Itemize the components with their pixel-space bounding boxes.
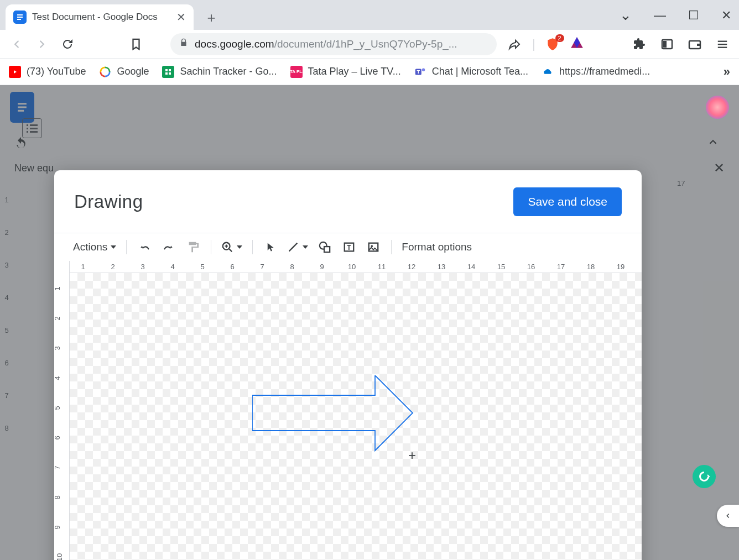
actions-menu[interactable]: Actions xyxy=(71,237,118,257)
brave-rewards-icon[interactable] xyxy=(570,36,584,53)
svg-line-31 xyxy=(229,249,232,252)
drawing-dialog: Drawing Save and close Actions T Format … xyxy=(54,170,642,560)
bookmarks-overflow[interactable]: » xyxy=(724,65,730,79)
sheets-icon xyxy=(162,66,174,78)
bookmark-label: Google xyxy=(117,66,149,77)
ruler-tick: 5 xyxy=(54,406,61,410)
svg-rect-9 xyxy=(718,46,727,48)
arrow-shape[interactable] xyxy=(252,375,418,453)
menu-icon[interactable] xyxy=(715,36,730,52)
svg-rect-17 xyxy=(169,72,171,75)
svg-rect-1 xyxy=(17,17,23,18)
ruler-tick: 17 xyxy=(557,263,565,271)
ruler-tick: 4 xyxy=(170,263,174,271)
textbox-tool[interactable]: T xyxy=(339,237,359,257)
bookmark-onedrive[interactable]: https://framedmedi... xyxy=(542,66,650,78)
svg-rect-7 xyxy=(718,40,727,41)
wallet-icon[interactable] xyxy=(687,36,702,52)
ruler-tick: 9 xyxy=(54,525,61,529)
ruler-tick: 3 xyxy=(140,263,144,271)
drawing-ruler-horizontal[interactable]: 12345678910111213141516171819 xyxy=(70,261,642,273)
docs-favicon xyxy=(13,11,27,24)
format-label: Format options xyxy=(402,241,472,253)
close-tab-icon[interactable]: ✕ xyxy=(714,160,725,176)
side-panel-expand[interactable] xyxy=(717,505,739,527)
window-controls: ⌄ — ☐ ✕ xyxy=(620,7,731,24)
svg-rect-2 xyxy=(17,19,21,20)
redo-button[interactable] xyxy=(159,237,179,257)
zoom-button[interactable] xyxy=(219,237,244,257)
tab-close-icon[interactable]: ✕ xyxy=(176,11,186,24)
drawing-canvas-area: 1234567891011 12345678910111213141516171… xyxy=(54,261,642,560)
ruler-tick: 2 xyxy=(54,316,61,320)
ruler-tick: 2 xyxy=(111,263,115,271)
collapse-toolbar-icon[interactable] xyxy=(707,136,725,150)
ruler-tick: 3 xyxy=(54,346,61,350)
svg-line-34 xyxy=(289,243,298,252)
bookmark-teams[interactable]: T Chat | Microsoft Tea... xyxy=(414,66,528,78)
account-avatar[interactable] xyxy=(706,96,729,119)
ruler-tick: 10 xyxy=(348,263,356,271)
svg-rect-6 xyxy=(697,44,700,46)
ruler-tick: 19 xyxy=(617,263,624,271)
ruler-tick: 9 xyxy=(320,263,324,271)
bookmark-label: Sachin Tracker - Go... xyxy=(180,66,277,77)
bookmark-youtube[interactable]: (73) YouTube xyxy=(9,66,86,78)
select-tool[interactable] xyxy=(261,237,280,257)
shape-tool[interactable] xyxy=(315,237,335,257)
save-close-button[interactable]: Save and close xyxy=(513,187,622,216)
back-button[interactable] xyxy=(9,36,24,52)
ruler-tick: 8 xyxy=(54,495,61,499)
ruler-tick: 4 xyxy=(54,376,61,380)
ruler-tick: 1 xyxy=(81,263,85,271)
bookmark-button[interactable] xyxy=(128,36,144,52)
sidepanel-icon[interactable] xyxy=(659,36,675,52)
maximize-icon[interactable]: ☐ xyxy=(688,8,699,23)
drawing-ruler-vertical[interactable]: 1234567891011 xyxy=(54,261,70,560)
svg-rect-16 xyxy=(165,72,168,75)
browser-tab[interactable]: Test Document - Google Docs ✕ xyxy=(6,4,194,30)
ruler-tick: 15 xyxy=(497,263,505,271)
google-icon xyxy=(99,66,111,78)
forward-button[interactable] xyxy=(34,36,50,52)
tab-search-icon[interactable]: ⌄ xyxy=(620,7,632,24)
image-tool[interactable] xyxy=(363,237,383,257)
svg-point-20 xyxy=(421,68,425,71)
new-tab-button[interactable]: + xyxy=(201,8,221,28)
close-window-icon[interactable]: ✕ xyxy=(721,8,731,23)
dialog-header: Drawing Save and close xyxy=(54,170,642,233)
svg-rect-36 xyxy=(324,247,330,252)
ruler-tick: 18 xyxy=(587,263,595,271)
tataplay-icon: TATA PLAY xyxy=(290,66,303,78)
brave-shields-icon[interactable]: 2 xyxy=(545,37,560,51)
tab-title: Test Document - Google Docs xyxy=(32,12,171,23)
address-bar: docs.google.com/document/d/1hP_y_UsnQ7Yo… xyxy=(0,30,739,59)
minimize-icon[interactable]: — xyxy=(654,8,666,23)
paint-format-button[interactable] xyxy=(183,237,203,257)
drawing-canvas[interactable]: + xyxy=(70,273,642,560)
ruler-tick: 6 xyxy=(230,263,234,271)
grammarly-button[interactable] xyxy=(693,465,716,488)
onedrive-icon xyxy=(542,66,554,78)
ruler-tick: 10 xyxy=(55,553,64,560)
youtube-icon xyxy=(9,66,21,78)
shields-badge: 2 xyxy=(555,34,564,42)
ruler-tick: 8 xyxy=(290,263,294,271)
extensions-icon[interactable] xyxy=(632,36,647,52)
line-tool[interactable] xyxy=(285,237,310,257)
ruler-tick: 11 xyxy=(378,263,386,271)
bookmark-tata[interactable]: TATA PLAY Tata Play – Live TV... xyxy=(290,66,401,78)
url-input[interactable]: docs.google.com/document/d/1hP_y_UsnQ7Yo… xyxy=(170,33,497,55)
svg-point-40 xyxy=(371,245,373,247)
teams-icon: T xyxy=(414,66,426,78)
bookmark-google[interactable]: Google xyxy=(99,66,149,78)
share-button[interactable] xyxy=(507,36,522,52)
reload-button[interactable] xyxy=(60,36,75,52)
ruler-tick: 7 xyxy=(260,263,264,271)
format-options-button[interactable]: Format options xyxy=(399,237,474,257)
undo-button[interactable] xyxy=(134,237,154,257)
svg-rect-14 xyxy=(165,69,168,71)
ruler-tick: 5 xyxy=(200,263,204,271)
bookmark-label: Chat | Microsoft Tea... xyxy=(432,66,528,77)
bookmark-tracker[interactable]: Sachin Tracker - Go... xyxy=(162,66,277,78)
